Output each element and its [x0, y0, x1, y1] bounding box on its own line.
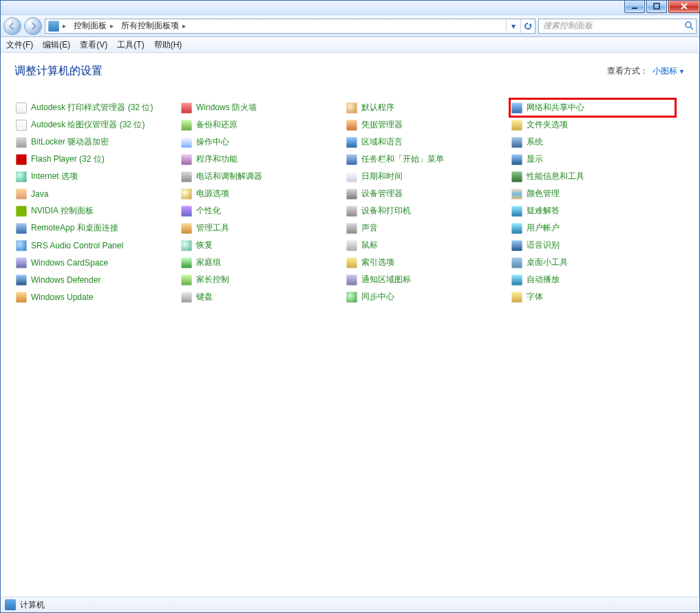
close-button[interactable] [668, 0, 700, 13]
minimize-button[interactable] [624, 0, 645, 13]
control-panel-item[interactable]: 管理工具 [180, 219, 345, 237]
item-label: Windows Defender [31, 275, 100, 285]
navigation-bar: ▸ 控制面板 ▸ 所有控制面板项 ▸ ▾ 搜索控制面板 [1, 15, 699, 37]
control-panel-item[interactable]: 文件夹选项 [510, 116, 675, 133]
control-panel-item[interactable]: 区域和语言 [345, 133, 510, 151]
control-panel-item[interactable]: 桌面小工具 [510, 254, 675, 271]
page-title: 调整计算机的设置 [14, 64, 103, 78]
control-panel-item[interactable]: 语音识别 [510, 237, 675, 254]
control-panel-item[interactable]: Windows CardSpace [14, 254, 180, 271]
item-label: 任务栏和「开始」菜单 [361, 153, 444, 165]
breadcrumb-segment[interactable]: 控制面板 ▸ [71, 19, 118, 33]
ic-date-icon [346, 171, 357, 182]
menu-edit[interactable]: 编辑(E) [43, 39, 70, 51]
control-panel-item[interactable]: RemoteApp 和桌面连接 [14, 219, 180, 237]
window-controls [623, 0, 700, 14]
ic-prog-icon [346, 103, 357, 114]
control-panel-item[interactable]: 声音 [345, 219, 510, 237]
ic-nvidia-icon [16, 206, 27, 217]
control-panel-item[interactable]: 颜色管理 [510, 185, 675, 202]
breadcrumb-root[interactable]: ▸ [45, 19, 71, 33]
control-panel-item[interactable]: 字体 [510, 288, 675, 305]
control-panel-item[interactable]: NVIDIA 控制面板 [14, 202, 180, 219]
control-panel-item[interactable]: 同步中心 [345, 288, 510, 305]
control-panel-item[interactable]: 备份和还原 [180, 116, 345, 133]
view-by-dropdown[interactable]: 小图标▼ [653, 65, 685, 77]
item-label: SRS Audio Control Panel [31, 241, 123, 250]
ic-backup-icon [181, 120, 192, 131]
ic-audio-icon [16, 240, 27, 251]
chevron-right-icon: ▸ [61, 22, 68, 30]
item-label: NVIDIA 控制面板 [31, 205, 94, 217]
control-panel-item[interactable]: Windows 防火墙 [180, 99, 345, 116]
control-panel-item[interactable]: 默认程序 [345, 99, 510, 116]
menu-help[interactable]: 帮助(H) [154, 39, 182, 51]
control-panel-item[interactable]: 网络和共享中心 [510, 99, 675, 116]
control-panel-item[interactable]: 凭据管理器 [345, 116, 510, 133]
control-panel-item[interactable]: Java [14, 185, 180, 202]
control-panel-item[interactable]: 通知区域图标 [345, 271, 510, 288]
control-panel-item[interactable]: 系统 [510, 133, 675, 151]
control-panel-item[interactable]: 操作中心 [180, 133, 345, 151]
control-panel-item[interactable]: 疑难解答 [510, 202, 675, 219]
control-panel-item[interactable]: 设备管理器 [345, 185, 510, 202]
ic-gadget-icon [511, 257, 522, 268]
ic-cred-icon [346, 120, 357, 131]
control-panel-item[interactable]: 性能信息和工具 [510, 168, 675, 185]
svg-line-5 [690, 27, 693, 30]
menu-tools[interactable]: 工具(T) [117, 39, 144, 51]
svg-point-4 [686, 22, 691, 28]
control-panel-item[interactable]: 个性化 [180, 202, 345, 219]
breadcrumb-segment[interactable]: 所有控制面板项 ▸ [118, 19, 191, 33]
control-panel-item[interactable]: 电话和调制解调器 [180, 168, 345, 185]
control-panel-item[interactable]: Flash Player (32 位) [14, 151, 180, 168]
refresh-button[interactable] [520, 19, 535, 33]
ic-tray-icon [346, 275, 357, 286]
control-panel-item[interactable]: 任务栏和「开始」菜单 [345, 151, 510, 168]
ic-index-icon [346, 257, 357, 268]
ic-progf-icon [181, 154, 192, 165]
control-panel-item[interactable]: 用户帐户 [510, 219, 675, 237]
maximize-button[interactable] [646, 0, 667, 13]
control-panel-item[interactable]: 键盘 [180, 288, 345, 305]
control-panel-item[interactable]: 索引选项 [345, 254, 510, 271]
control-panel-item[interactable]: BitLocker 驱动器加密 [14, 133, 180, 151]
item-label: Flash Player (32 位) [31, 153, 105, 165]
address-bar[interactable]: ▸ 控制面板 ▸ 所有控制面板项 ▸ ▾ [45, 19, 535, 34]
item-label: 区域和语言 [361, 136, 403, 148]
control-panel-item[interactable]: Internet 选项 [14, 168, 180, 185]
control-panel-item[interactable]: 电源选项 [180, 185, 345, 202]
menu-file[interactable]: 文件(F) [6, 39, 33, 51]
control-panel-item[interactable]: 设备和打印机 [345, 202, 510, 219]
search-input[interactable]: 搜索控制面板 [538, 19, 697, 34]
control-panel-item[interactable]: 恢复 [180, 237, 345, 254]
control-panel-item[interactable]: Windows Update [14, 288, 180, 305]
control-panel-item[interactable]: 自动播放 [510, 271, 675, 288]
item-label: 通知区域图标 [361, 274, 411, 286]
control-panel-item[interactable]: Autodesk 打印样式管理器 (32 位) [14, 99, 180, 116]
forward-button[interactable] [24, 17, 42, 35]
control-panel-item[interactable]: 家长控制 [180, 271, 345, 288]
menu-view[interactable]: 查看(V) [80, 39, 107, 51]
control-panel-item[interactable]: 显示 [510, 151, 675, 168]
control-panel-item[interactable]: SRS Audio Control Panel [14, 237, 180, 254]
control-panel-item[interactable]: 程序和功能 [180, 151, 345, 168]
control-panel-item[interactable]: Autodesk 绘图仪管理器 (32 位) [14, 116, 180, 133]
content-area: 调整计算机的设置 查看方式： 小图标▼ Autodesk 打印样式管理器 (32… [1, 53, 699, 596]
breadcrumb-label: 所有控制面板项 [121, 20, 179, 32]
item-label: 操作中心 [196, 136, 229, 148]
ic-bitlocker-icon [16, 137, 27, 148]
back-button[interactable] [3, 17, 21, 35]
control-panel-item[interactable]: Windows Defender [14, 271, 180, 288]
control-panel-item[interactable]: 日期和时间 [345, 168, 510, 185]
ic-file-icon [16, 103, 27, 114]
chevron-down-icon: ▼ [679, 68, 685, 75]
control-panel-item[interactable]: 家庭组 [180, 254, 345, 271]
item-label: 备份和还原 [196, 119, 237, 131]
item-label: 语音识别 [527, 239, 560, 251]
ic-recover-icon [181, 240, 192, 251]
ic-flash-icon [16, 154, 27, 165]
control-panel-item[interactable]: 鼠标 [345, 237, 510, 254]
item-label: 鼠标 [361, 239, 378, 251]
address-dropdown[interactable]: ▾ [506, 19, 520, 33]
